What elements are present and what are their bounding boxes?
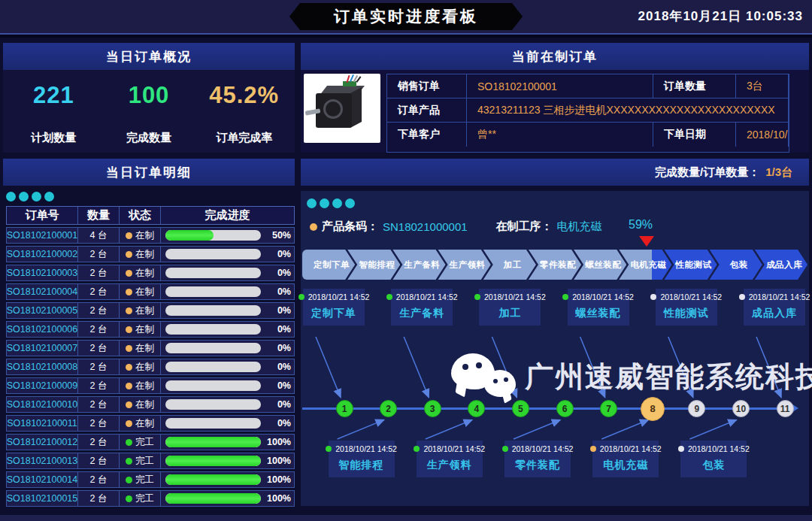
timeline-node: 10: [732, 400, 750, 417]
order-quantity: 2 台: [78, 416, 120, 431]
status-text: 在制: [135, 398, 154, 411]
status-text: 在制: [135, 361, 154, 374]
order-row: SO181021000102 台在制0%: [6, 396, 295, 413]
milestone-dot-icon: [739, 294, 745, 300]
progress-bar: [165, 493, 261, 504]
dashboard: 订单实时进度看板 2018年10月21日 10:05:33 当日订单概况 221…: [0, 0, 812, 521]
status-dot-icon: [126, 232, 132, 239]
progress-bar-fill: [165, 474, 261, 485]
status-dot-icon: [126, 364, 132, 371]
order-row: SO181021000014 台在制50%: [6, 227, 295, 244]
orders-table-body: SO181021000014 台在制50%SO181021000022 台在制0…: [6, 227, 295, 507]
order-quantity: 2 台: [78, 397, 120, 412]
barcode-label: 产品条码：: [322, 220, 378, 234]
status-text: 在制: [135, 304, 154, 317]
order-row: SO181021000132 台完工100%: [6, 453, 295, 469]
order-status: 在制: [120, 284, 161, 299]
milestone-date: 2018/10/21 14:52: [749, 292, 810, 301]
progress-bar: [165, 456, 261, 466]
status-dot-icon: [126, 289, 132, 295]
top-header-bar: 订单实时进度看板 2018年10月21日 10:05:33: [0, 0, 812, 33]
timeline-node: 5: [512, 400, 529, 417]
process-value: 电机充磁: [557, 220, 602, 234]
process-step-chevron: 电机充磁: [619, 250, 671, 280]
order-status: 在制: [120, 416, 161, 431]
order-row: SO181021000152 台完工100%: [6, 490, 295, 507]
order-date-label: 下单日期: [653, 123, 736, 147]
status-dot-icon: [126, 326, 132, 333]
order-row: SO181021000032 台在制0%: [6, 265, 295, 281]
milestone-dot-icon: [386, 294, 392, 300]
progress-cell: 0%: [161, 416, 294, 431]
status-dot-icon: [126, 307, 132, 314]
order-quantity: 2 台: [78, 322, 120, 337]
progress-percent: 0%: [264, 399, 291, 410]
milestone-step-name: 电机充磁: [595, 459, 656, 472]
progress-cell: 0%: [161, 341, 294, 356]
order-number: SO18102100005: [7, 303, 78, 318]
process-step-chevron: 包装: [710, 250, 762, 280]
order-row: SO181021000062 台在制0%: [6, 321, 295, 338]
dot-icon: [6, 192, 16, 201]
customer-label: 下单客户: [387, 123, 467, 147]
progress-cell: 0%: [161, 322, 294, 337]
status-text: 在制: [135, 342, 154, 355]
progress-cell: 0%: [161, 265, 294, 280]
milestone-box: 2018/10/21 14:52性能测试: [656, 289, 717, 326]
fishbone-timeline: 2018/10/21 14:52定制下单2018/10/21 14:52生产备料…: [301, 289, 809, 506]
order-number: SO18102100015: [7, 491, 78, 506]
kpi-label: 完成数量: [126, 131, 171, 145]
order-number: SO18102100010: [7, 397, 78, 412]
status-dot-icon: [126, 439, 132, 446]
step-progress-percent: 59%: [629, 218, 653, 232]
milestone-step-name: 螺丝装配: [571, 307, 626, 320]
milestone-box: 2018/10/21 14:52生产备料: [391, 289, 453, 326]
kpi-item: 45.2%订单完成率: [196, 77, 292, 148]
process-step-chevron: 生产领料: [438, 250, 491, 280]
status-dot-icon: [126, 458, 132, 465]
status-text: 在制: [135, 417, 154, 430]
process-step-chevron: 定制下单: [302, 250, 355, 280]
progress-percent: 50%: [264, 230, 291, 241]
order-number: SO18102100002: [7, 247, 78, 262]
order-row: SO181021000052 台在制0%: [6, 302, 295, 319]
milestone-box: 2018/10/21 14:52定制下单: [303, 289, 365, 326]
order-status: 在制: [120, 359, 161, 374]
milestone-dot-icon: [562, 294, 568, 300]
kpi-item: 100完成数量: [102, 77, 197, 148]
progress-percent: 0%: [264, 343, 291, 353]
milestone-step-name: 生产备料: [394, 307, 450, 320]
progress-cell: 100%: [161, 435, 294, 450]
process-label: 在制工序：: [496, 220, 553, 234]
kpi-item: 221计划数量: [6, 77, 102, 148]
status-text: 完工: [135, 474, 154, 486]
column-header: 状态: [120, 207, 161, 224]
order-quantity: 2 台: [78, 378, 120, 393]
status-text: 在制: [135, 286, 154, 298]
progress-bar: [165, 286, 261, 297]
kpi-stats: 221计划数量100完成数量45.2%订单完成率: [3, 70, 295, 153]
process-step-chevron: 加工: [483, 250, 536, 280]
kpi-value: 100: [129, 82, 170, 109]
order-status: 在制: [120, 341, 161, 356]
progress-percent: 0%: [264, 268, 291, 278]
column-header: 完成进度: [161, 207, 294, 224]
order-number: SO18102100009: [7, 378, 78, 393]
status-text: 在制: [135, 229, 154, 242]
sales-order-label: 销售订单: [387, 74, 467, 98]
order-row: SO181021000082 台在制0%: [6, 359, 295, 375]
milestone-step-name: 包装: [683, 459, 744, 472]
milestone-box: 2018/10/21 14:52成品入库: [744, 289, 805, 326]
current-order-panel-title: 当前在制订单: [301, 43, 809, 70]
order-status: 完工: [120, 453, 161, 468]
milestone-step-name: 生产领料: [420, 459, 480, 472]
order-qty-value: 3台: [736, 74, 789, 98]
milestone-date: 2018/10/21 14:52: [423, 444, 485, 453]
order-number: SO18102100007: [7, 341, 78, 356]
milestone-box: 2018/10/21 14:52加工: [479, 289, 541, 326]
progress-bar-fill: [165, 493, 261, 504]
kpi-label: 计划数量: [31, 131, 76, 145]
milestone-date: 2018/10/21 14:52: [396, 292, 458, 301]
milestone-step-name: 成品入库: [747, 307, 802, 320]
order-row: SO181021000092 台在制0%: [6, 377, 295, 394]
